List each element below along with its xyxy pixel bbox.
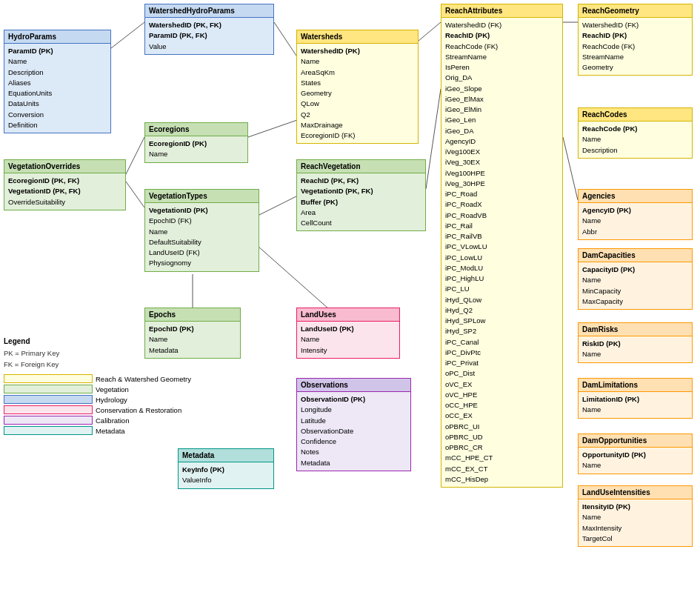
field-row: Name: [582, 134, 688, 144]
field-row: Name: [149, 149, 244, 159]
svg-line-1: [274, 22, 296, 56]
field-row: Buffer (PK): [301, 197, 421, 207]
legend-item: Vegetation: [4, 385, 191, 393]
entity-body-landUses: LandUseID (PK)NameIntensity: [297, 322, 399, 358]
svg-line-2: [419, 22, 441, 41]
field-row: MaxDrainage: [301, 120, 414, 130]
field-row: WatershedID (FK): [582, 20, 688, 30]
legend-color-swatch: [4, 385, 93, 393]
legend-item: Reach & Watershed Geometry: [4, 374, 191, 383]
field-row: OverrideSuitability: [8, 197, 121, 207]
field-row: iGeo_ElMin: [445, 104, 559, 115]
field-row: Geometry: [301, 88, 414, 99]
field-row: MaxCapacity: [582, 296, 688, 307]
field-row: EcoregionID (FK): [301, 130, 414, 141]
entity-header-observations: Observations: [297, 379, 410, 392]
field-row: iVeg_30HPE: [445, 179, 559, 189]
legend-color-swatch: [4, 426, 93, 435]
entity-agencies: AgenciesAgencyID (PK)NameAbbr: [578, 189, 693, 240]
field-row: iPC_DivPtc: [445, 348, 559, 358]
entity-body-landUseIntensities: ItensityID (PK)NameMaxIntensityTargetCol: [579, 499, 692, 546]
field-row: oPBRC_UD: [445, 432, 559, 442]
field-row: ReachID (PK, FK): [301, 176, 421, 186]
field-row: oCC_EX: [445, 411, 559, 421]
entity-body-damOpportunities: OpportunityID (PK)Name: [579, 448, 692, 474]
field-row: OpportunityID (PK): [582, 450, 688, 460]
entity-damLimitations: DamLimitationsLimitationID (PK)Name: [578, 378, 693, 419]
entity-damCapacities: DamCapacitiesCapacityID (PK)NameMinCapac…: [578, 248, 693, 310]
legend-item-label: Hydrology: [96, 396, 127, 404]
field-row: WatershedID (PK, FK): [149, 20, 270, 30]
field-row: iPC_Rail: [445, 221, 559, 231]
legend-item-label: Metadata: [96, 427, 125, 435]
entity-body-damRisks: RiskID (PK)Name: [579, 336, 692, 362]
legend-color-swatch: [4, 416, 93, 425]
field-row: ReachCode (FK): [445, 41, 559, 52]
legend-item: Hydrology: [4, 395, 191, 404]
field-row: KeyInfo (PK): [182, 465, 270, 475]
legend-color-swatch: [4, 395, 93, 404]
field-row: EcoregionID (PK, FK): [8, 176, 121, 186]
legend-color-swatch: [4, 374, 93, 383]
field-row: ReachCode (FK): [582, 41, 688, 52]
field-row: MinCapacity: [582, 286, 688, 296]
field-row: VegetationID (PK, FK): [301, 186, 421, 196]
entity-landUseIntensities: LandUseIntensitiesItensityID (PK)NameMax…: [578, 485, 693, 547]
field-row: ReachID (PK): [582, 30, 688, 41]
legend-item-label: Vegetation: [96, 385, 129, 393]
field-row: Description: [8, 67, 107, 78]
field-row: Name: [8, 56, 107, 67]
entity-body-watershedHydroParams: WatershedID (PK, FK)ParamID (PK, FK)Valu…: [145, 18, 273, 54]
field-row: Longitude: [301, 405, 407, 415]
field-row: ItensityID (PK): [582, 502, 688, 512]
field-row: DefaultSuitability: [149, 237, 255, 247]
field-row: mCC_HPE_CT: [445, 453, 559, 463]
field-row: iPC_VLowLU: [445, 242, 559, 252]
field-row: ReachCode (PK): [582, 124, 688, 134]
field-row: iVeg100HPE: [445, 168, 559, 179]
field-row: mCC_HisDep: [445, 474, 559, 485]
field-row: iPC_ModLU: [445, 263, 559, 273]
field-row: iGeo_ElMax: [445, 94, 559, 104]
field-row: Conversion: [8, 110, 107, 120]
entity-body-reachVegetation: ReachID (PK, FK)VegetationID (PK, FK)Buf…: [297, 173, 425, 230]
field-row: Name: [582, 460, 688, 471]
entity-damOpportunities: DamOpportunitiesOpportunityID (PK)Name: [578, 433, 693, 474]
entity-observations: ObservationsObservationID (PK)LongitudeL…: [296, 378, 411, 471]
field-row: LimitationID (PK): [582, 394, 688, 405]
field-row: TargetCol: [582, 534, 688, 544]
field-row: ParamID (PK, FK): [149, 30, 270, 41]
field-row: Abbr: [582, 227, 688, 237]
field-row: Description: [582, 145, 688, 156]
field-row: Name: [301, 334, 396, 345]
field-row: Geometry: [582, 62, 688, 73]
field-row: AreaSqKm: [301, 67, 414, 78]
field-row: oPBRC_CR: [445, 442, 559, 453]
field-row: Definition: [8, 120, 107, 130]
field-row: EpochID (PK): [149, 324, 236, 334]
entity-header-reachCodes: ReachCodes: [579, 108, 692, 122]
legend-item: Calibration: [4, 416, 191, 425]
entity-header-vegetationTypes: VegetationTypes: [145, 190, 259, 203]
legend-item: Conservation & Restoration: [4, 405, 191, 414]
field-row: ValueInfo: [182, 475, 270, 485]
field-row: ReachID (PK): [445, 30, 559, 41]
field-row: iHyd_SPLow: [445, 316, 559, 326]
field-row: WatershedID (FK): [445, 20, 559, 30]
entity-header-epochs: Epochs: [145, 308, 240, 322]
field-row: oVC_EX: [445, 379, 559, 390]
entity-header-landUses: LandUses: [297, 308, 399, 322]
entity-header-damLimitations: DamLimitations: [579, 379, 692, 392]
entity-body-observations: ObservationID (PK)LongitudeLatitudeObser…: [297, 392, 410, 471]
field-row: Value: [149, 41, 270, 52]
svg-line-6: [259, 196, 296, 215]
field-row: LandUseID (FK): [149, 247, 255, 258]
field-row: Name: [149, 227, 255, 237]
field-row: Q2: [301, 110, 414, 120]
entity-header-metadata: Metadata: [179, 449, 273, 462]
field-row: CapacityID (PK): [582, 265, 688, 275]
field-row: EcoregionID (PK): [149, 139, 244, 149]
field-row: iPC_RoadX: [445, 199, 559, 210]
entity-body-ecoregions: EcoregionID (PK)Name: [145, 136, 247, 162]
field-row: oVC_HPE: [445, 390, 559, 400]
